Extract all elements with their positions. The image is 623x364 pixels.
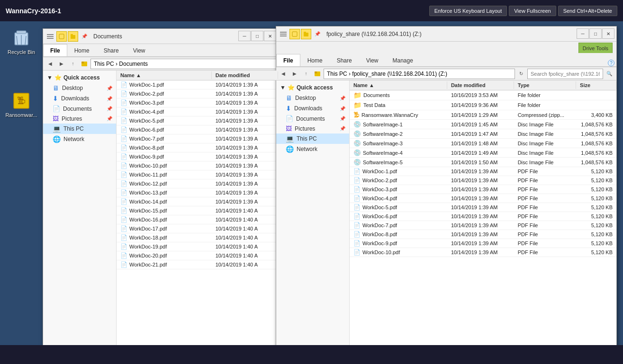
- table-row[interactable]: 💿 SoftwareImage-4 10/14/2019 1:49 AM Dis…: [350, 148, 616, 158]
- table-row[interactable]: 📄 WorkDoc-3.pdf 10/14/2019 1:39 AM PDF F…: [350, 185, 616, 194]
- refresh-btn-2[interactable]: ↻: [516, 69, 526, 79]
- table-row[interactable]: 📄 WorkDoc-1.pdf 10/14/2019 1:39 A: [117, 80, 278, 89]
- table-row[interactable]: 📄 WorkDoc-7.pdf 10/14/2019 1:39 AM PDF F…: [350, 221, 616, 230]
- table-row[interactable]: 📄 WorkDoc-7.pdf 10/14/2019 1:39 A: [117, 134, 278, 143]
- table-row[interactable]: 📄 WorkDoc-16.pdf 10/14/2019 1:40 A: [117, 215, 278, 224]
- table-row[interactable]: 📄 WorkDoc-3.pdf 10/14/2019 1:39 A: [117, 98, 278, 107]
- close-button-1[interactable]: ✕: [264, 31, 276, 41]
- desktop-icon-recycle-bin[interactable]: Recycle Bin: [5, 28, 38, 55]
- sidebar-item-documents-2[interactable]: 📄 Documents 📌: [276, 114, 349, 124]
- tb-icon-folder-2[interactable]: [301, 29, 311, 39]
- nav-back-2[interactable]: ◀: [278, 69, 289, 79]
- table-row[interactable]: 📄 WorkDoc-2.pdf 10/14/2019 1:39 A: [117, 89, 278, 98]
- sidebar-item-pictures-1[interactable]: 🖼 Pictures 📌: [43, 114, 116, 124]
- nav-forward-1[interactable]: ▶: [56, 59, 67, 69]
- table-row[interactable]: 📄 WorkDoc-4.pdf 10/14/2019 1:39 AM PDF F…: [350, 194, 616, 203]
- table-row[interactable]: 📄 WorkDoc-1.pdf 10/14/2019 1:39 AM PDF F…: [350, 167, 616, 176]
- sidebar-item-desktop-2[interactable]: 🖥 Desktop 📌: [276, 93, 349, 103]
- nav-back-1[interactable]: ◀: [45, 59, 55, 69]
- table-row[interactable]: 📄 WorkDoc-11.pdf 10/14/2019 1:39 A: [117, 170, 278, 179]
- col-type-2[interactable]: Type: [514, 81, 576, 89]
- sidebar-item-thispc-1[interactable]: 💻 This PC: [43, 124, 116, 134]
- nav-recent-1[interactable]: [79, 59, 90, 69]
- address-input-1[interactable]: [90, 59, 276, 69]
- sidebar-item-downloads-2[interactable]: ⬇ Downloads 📌: [276, 103, 349, 114]
- sidebar-item-network-1[interactable]: 🌐 Network: [43, 134, 116, 144]
- table-row[interactable]: 📄 WorkDoc-21.pdf 10/14/2019 1:40 A: [117, 260, 278, 269]
- tb-icon-menu[interactable]: [45, 31, 55, 42]
- tab-file-2[interactable]: File: [276, 54, 300, 66]
- tab-file-1[interactable]: File: [43, 44, 67, 56]
- table-row[interactable]: 💿 SoftwareImage-2 10/14/2019 1:47 AM Dis…: [350, 129, 616, 139]
- help-button-2[interactable]: ?: [608, 60, 614, 66]
- table-row[interactable]: 📄 WorkDoc-4.pdf 10/14/2019 1:39 A: [117, 107, 278, 116]
- tb-icon-back-2[interactable]: [289, 29, 300, 39]
- desktop-icon-ransomware[interactable]: 🗜 Ransomwar...: [5, 91, 38, 118]
- tab-view-1[interactable]: View: [126, 44, 153, 56]
- sidebar-item-desktop-1[interactable]: 🖥 Desktop 📌: [43, 83, 116, 93]
- address-input-2[interactable]: [324, 69, 515, 79]
- col-date-2[interactable]: Date modified: [447, 81, 514, 89]
- table-row[interactable]: 📄 WorkDoc-5.pdf 10/14/2019 1:39 AM PDF F…: [350, 203, 616, 212]
- nav-forward-2[interactable]: ▶: [289, 69, 300, 79]
- tb-icon-back-1[interactable]: [56, 31, 67, 42]
- col-size-2[interactable]: Size: [576, 81, 616, 89]
- table-row[interactable]: 💿 SoftwareImage-1 10/14/2019 1:45 AM Dis…: [350, 120, 616, 129]
- sidebar-quick-access-2[interactable]: ▼ ⭐ Quick access: [276, 82, 349, 93]
- tab-home-1[interactable]: Home: [67, 44, 97, 56]
- tb-icon-menu-2[interactable]: [278, 29, 289, 39]
- minimize-button-1[interactable]: ─: [238, 31, 251, 41]
- search-input-2[interactable]: [527, 69, 603, 79]
- table-row[interactable]: 💿 SoftwareImage-5 10/14/2019 1:50 AM Dis…: [350, 158, 616, 167]
- sidebar-item-thispc-2[interactable]: 💻 This PC: [276, 133, 349, 144]
- ctrl-alt-del-button[interactable]: Send Ctrl+Alt+Delete: [558, 6, 617, 16]
- tab-home-2[interactable]: Home: [300, 54, 330, 66]
- sidebar-item-documents-1[interactable]: 📄 Documents 📌: [43, 104, 116, 114]
- table-row[interactable]: 📄 WorkDoc-9.pdf 10/14/2019 1:39 A: [117, 152, 278, 161]
- table-row[interactable]: 📄 WorkDoc-13.pdf 10/14/2019 1:39 A: [117, 188, 278, 197]
- view-fullscreen-button[interactable]: View Fullscreen: [509, 6, 556, 16]
- col-name-1[interactable]: Name ▲: [117, 71, 212, 79]
- enforce-keyboard-button[interactable]: Enforce US Keyboard Layout: [429, 6, 507, 16]
- table-row[interactable]: 📄 WorkDoc-19.pdf 10/14/2019 1:40 A: [117, 242, 278, 251]
- col-name-2[interactable]: Name ▲: [350, 81, 447, 89]
- maximize-button-2[interactable]: □: [589, 28, 602, 39]
- tab-share-2[interactable]: Share: [330, 54, 359, 66]
- table-row[interactable]: 📁 Documents 10/16/2019 3:53 AM File fold…: [350, 90, 616, 100]
- table-row[interactable]: 📄 WorkDoc-2.pdf 10/14/2019 1:39 AM PDF F…: [350, 176, 616, 185]
- nav-recent-2[interactable]: [312, 69, 323, 79]
- table-row[interactable]: 💿 SoftwareImage-3 10/14/2019 1:48 AM Dis…: [350, 139, 616, 148]
- search-btn-2[interactable]: 🔍: [604, 69, 614, 79]
- table-row[interactable]: 📄 WorkDoc-8.pdf 10/14/2019 1:39 AM PDF F…: [350, 230, 616, 239]
- table-row[interactable]: 📄 WorkDoc-5.pdf 10/14/2019 1:39 A: [117, 116, 278, 125]
- tab-manage-2[interactable]: Manage: [386, 54, 420, 66]
- tb-icon-folder-1[interactable]: [68, 31, 78, 42]
- tab-share-1[interactable]: Share: [97, 44, 126, 56]
- tb-icon-pin-2[interactable]: 📌: [312, 29, 323, 39]
- table-row[interactable]: 📁 Test Data 10/14/2019 9:36 AM File fold…: [350, 100, 616, 110]
- sidebar-quick-access-1[interactable]: ▼ ⭐ Quick access: [43, 72, 116, 83]
- table-row[interactable]: 📄 WorkDoc-14.pdf 10/14/2019 1:39 A: [117, 197, 278, 206]
- table-row[interactable]: 📄 WorkDoc-12.pdf 10/14/2019 1:39 A: [117, 179, 278, 188]
- sidebar-item-pictures-2[interactable]: 🖼 Pictures 📌: [276, 124, 349, 133]
- table-row[interactable]: 📄 WorkDoc-10.pdf 10/14/2019 1:39 AM PDF …: [350, 248, 616, 257]
- table-row[interactable]: 📄 WorkDoc-10.pdf 10/14/2019 1:39 A: [117, 161, 278, 170]
- tab-view-2[interactable]: View: [359, 54, 386, 66]
- minimize-button-2[interactable]: ─: [577, 28, 589, 39]
- table-row[interactable]: 📄 WorkDoc-18.pdf 10/14/2019 1:40 A: [117, 233, 278, 242]
- tb-icon-pin-1[interactable]: 📌: [79, 31, 90, 42]
- table-row[interactable]: 📄 WorkDoc-17.pdf 10/14/2019 1:40 A: [117, 224, 278, 233]
- table-row[interactable]: 📄 WorkDoc-9.pdf 10/14/2019 1:39 AM PDF F…: [350, 239, 616, 248]
- nav-up-2[interactable]: ↑: [301, 69, 311, 79]
- table-row[interactable]: 📄 WorkDoc-15.pdf 10/14/2019 1:40 A: [117, 206, 278, 215]
- maximize-button-1[interactable]: □: [251, 31, 263, 41]
- nav-up-1[interactable]: ↑: [68, 59, 78, 69]
- close-button-2[interactable]: ✕: [602, 28, 614, 39]
- sidebar-item-downloads-1[interactable]: ⬇ Downloads 📌: [43, 93, 116, 104]
- table-row[interactable]: 📄 WorkDoc-20.pdf 10/14/2019 1:40 A: [117, 251, 278, 260]
- table-row[interactable]: 📄 WorkDoc-6.pdf 10/14/2019 1:39 A: [117, 125, 278, 134]
- sidebar-item-network-2[interactable]: 🌐 Network: [276, 144, 349, 154]
- table-row[interactable]: 🗜 Ransomware.WannaCry 10/14/2019 1:29 AM…: [350, 110, 616, 120]
- table-row[interactable]: 📄 WorkDoc-8.pdf 10/14/2019 1:39 A: [117, 143, 278, 152]
- table-row[interactable]: 📄 WorkDoc-6.pdf 10/14/2019 1:39 AM PDF F…: [350, 212, 616, 221]
